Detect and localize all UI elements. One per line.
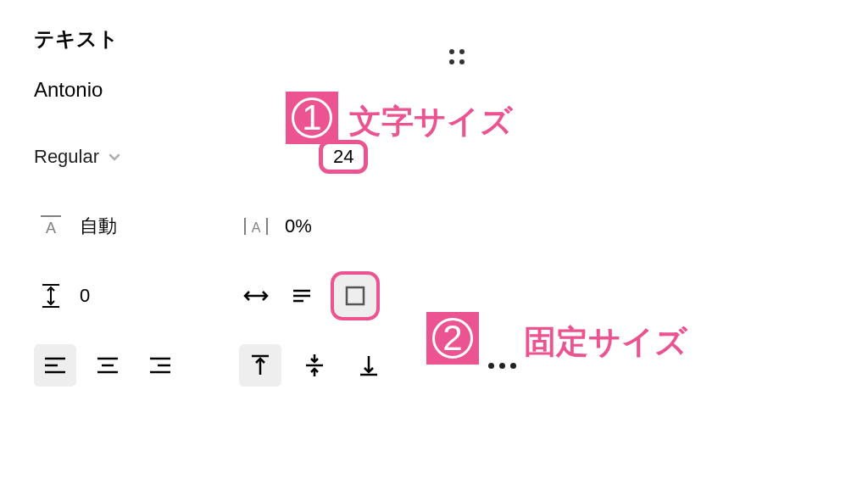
align-left-icon [42, 354, 68, 376]
annotation-badge-1: 1 [286, 92, 338, 144]
drag-handle-icon[interactable] [449, 49, 465, 64]
section-title: テキスト [34, 25, 119, 53]
font-size-input[interactable]: 24 [319, 140, 368, 174]
chevron-down-icon [108, 150, 121, 164]
annotation-label-2: 固定サイズ [524, 320, 687, 364]
letter-spacing-icon: A [239, 209, 273, 243]
align-middle-button[interactable] [293, 344, 336, 387]
align-bottom-icon [358, 353, 380, 378]
align-right-button[interactable] [139, 344, 181, 387]
fixed-size-button[interactable] [331, 271, 380, 320]
align-right-icon [147, 354, 173, 376]
svg-rect-12 [347, 287, 364, 304]
align-middle-icon [303, 353, 326, 378]
more-options-button[interactable] [488, 363, 516, 369]
align-center-button[interactable] [86, 344, 129, 387]
align-top-icon [249, 353, 271, 378]
line-height-value[interactable]: 自動 [80, 214, 117, 239]
font-weight-select[interactable]: Regular [34, 146, 121, 168]
svg-text:A: A [252, 220, 261, 235]
auto-height-icon[interactable] [285, 279, 319, 313]
letter-spacing-value[interactable]: 0% [285, 215, 312, 237]
font-family-select[interactable]: Antonio [34, 78, 834, 102]
paragraph-spacing-value[interactable]: 0 [80, 285, 90, 307]
paragraph-spacing-icon [34, 279, 68, 313]
line-height-icon: A [34, 209, 68, 243]
square-icon [343, 284, 367, 308]
auto-width-icon[interactable] [239, 279, 273, 313]
svg-text:A: A [46, 220, 56, 237]
align-top-button[interactable] [239, 344, 281, 387]
annotation-label-1: 文字サイズ [349, 100, 513, 143]
align-center-icon [95, 354, 120, 376]
align-left-button[interactable] [34, 344, 76, 387]
align-bottom-button[interactable] [348, 344, 390, 387]
annotation-badge-2: 2 [426, 312, 479, 365]
